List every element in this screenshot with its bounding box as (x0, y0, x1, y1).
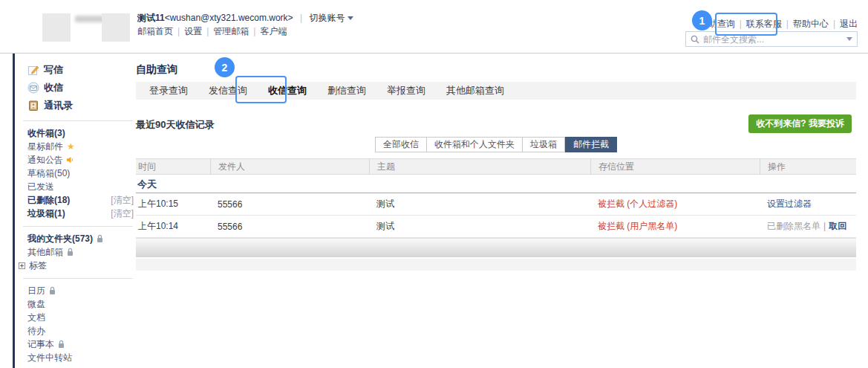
compose-label: 写信 (44, 63, 63, 77)
divider (23, 278, 133, 279)
sidebar-item-notes[interactable]: 记事本 (27, 338, 134, 351)
col-location: 存信位置 (590, 159, 760, 174)
cell-subject: 测试 (369, 220, 590, 233)
lock-icon (96, 234, 104, 243)
tab-delete-query[interactable]: 删信查询 (317, 82, 376, 100)
tab-other-mailbox-query[interactable]: 其他邮箱查询 (436, 82, 515, 100)
receive-records-table: 时间 发件人 主题 存信位置 操作 今天 上午10:15 55566 测试 被拦… (136, 158, 856, 271)
cell-sender: 55566 (210, 222, 369, 232)
sidebar-item-my-folders[interactable]: 我的文件夹(573) (27, 232, 134, 245)
sidebar-item-wedrive[interactable]: 微盘 (27, 297, 134, 311)
section-header: 最近90天收信记录 收不到来信? 我要投诉 (136, 116, 856, 134)
compose-icon (27, 64, 39, 76)
sidebar-item-todo[interactable]: 待办 (27, 324, 134, 338)
compose-button[interactable]: 写信 (27, 61, 134, 79)
page-title: 自助查询 (136, 63, 856, 77)
clear-deleted-link[interactable]: [清空] (111, 194, 134, 207)
divider (23, 120, 133, 121)
nav-mail-home[interactable]: 邮箱首页 (137, 26, 173, 36)
divider (23, 226, 133, 227)
filter-inbox-personal-folders[interactable]: 收件箱和个人文件夹 (427, 137, 523, 152)
sidebar-item-docs[interactable]: 文档 (27, 311, 134, 324)
clear-junk-link[interactable]: [清空] (111, 207, 134, 220)
inbox-mail-icon (27, 82, 39, 94)
webmail-page: 测试11<wushan@xty321.wecom.work> | 切换账号 邮箱… (0, 0, 868, 368)
nav-manage-mailbox[interactable]: 管理邮箱 (213, 26, 249, 36)
switch-account-link[interactable]: 切换账号 (309, 13, 353, 23)
separator: | (300, 13, 302, 23)
contacts-button[interactable]: 通讯录 (27, 97, 134, 114)
filter-mail-intercepted[interactable]: 邮件拦截 (565, 137, 617, 152)
account-name: 测试11 (137, 13, 165, 23)
lock-icon (66, 248, 74, 256)
search-options-dropdown-icon[interactable] (846, 37, 852, 41)
sidebar-item-calendar[interactable]: 日历 (27, 284, 134, 297)
separator: | (833, 19, 835, 29)
separator: | (253, 26, 255, 36)
separator: | (786, 19, 789, 29)
col-actions: 操作 (760, 159, 856, 174)
table-row: 上午10:15 55566 测试 被拦截 (个人过滤器) 设置过滤器 (136, 193, 856, 216)
chevron-down-icon (347, 16, 353, 20)
link-logout[interactable]: 退出 (840, 19, 858, 29)
sidebar-item-inbox[interactable]: 收件箱(3) (27, 126, 134, 140)
sidebar-item-starred[interactable]: 星标邮件★ (27, 140, 134, 153)
annotation-highlight-receive-query-tab (235, 76, 287, 103)
header-nav: 邮箱首页|设置|管理邮箱|客户端 (137, 25, 353, 38)
search-icon (691, 35, 699, 44)
expand-icon[interactable] (19, 262, 25, 269)
annotation-highlight-self-service (715, 13, 777, 36)
table-footer-strip (136, 259, 856, 271)
logo-image-2 (102, 13, 130, 42)
cell-time: 上午10:15 (136, 198, 210, 210)
cell-location: 被拦截 (个人过滤器) (590, 198, 760, 210)
cell-sender: 55566 (210, 199, 369, 210)
sidebar-item-sent[interactable]: 已发送 (27, 180, 134, 193)
sidebar: 写信 收信 通讯录 收件箱(3) 星标邮件★ 通知公告 草稿箱(50) 已发送 … (15, 54, 134, 368)
nav-settings[interactable]: 设置 (184, 26, 202, 36)
cell-time: 上午10:14 (136, 220, 210, 233)
cell-location: 被拦截 (用户黑名单) (590, 220, 760, 233)
receive-label: 收信 (44, 81, 63, 94)
sidebar-item-tags[interactable]: 标签 (19, 259, 134, 272)
separator: | (177, 26, 180, 36)
sidebar-item-junk[interactable]: 垃圾箱(1)[清空] (27, 207, 134, 220)
sidebar-item-drafts[interactable]: 草稿箱(50) (27, 167, 134, 180)
annotation-step-1: 1 (692, 10, 712, 30)
col-time: 时间 (136, 159, 210, 174)
annotation-step-2: 2 (215, 57, 235, 77)
sidebar-item-other-mailboxes[interactable]: 其他邮箱 (27, 245, 134, 259)
separator: | (823, 221, 826, 231)
logo-image (42, 13, 71, 42)
account-line: 测试11<wushan@xty321.wecom.work> | 切换账号 (137, 11, 353, 25)
account-address: <wushan@xty321.wecom.work> (165, 13, 293, 23)
tab-report-query[interactable]: 举报查询 (376, 82, 436, 100)
col-subject: 主题 (369, 159, 590, 174)
col-sender: 发件人 (210, 159, 369, 174)
contacts-label: 通讯录 (44, 99, 73, 112)
blacklist-removed-label: 已删除黑名单 (767, 221, 820, 231)
table-row: 上午10:14 55566 测试 被拦截 (用户黑名单) 已删除黑名单|取回 (136, 216, 856, 238)
nav-client[interactable]: 客户端 (260, 26, 287, 36)
link-help-center[interactable]: 帮助中心 (793, 19, 829, 29)
receive-mail-button[interactable]: 收信 (27, 79, 134, 97)
filter-all-received[interactable]: 全部收信 (375, 137, 427, 152)
contacts-icon (27, 100, 39, 112)
retrieve-link[interactable]: 取回 (829, 221, 846, 231)
table-footer-bar (136, 238, 856, 257)
tab-login-query[interactable]: 登录查询 (139, 82, 198, 100)
sidebar-item-deleted[interactable]: 已删除(18)[清空] (27, 193, 134, 207)
account-info: 测试11<wushan@xty321.wecom.work> | 切换账号 邮箱… (137, 11, 353, 38)
table-header-row: 时间 发件人 主题 存信位置 操作 (136, 158, 856, 175)
separator: | (206, 26, 209, 36)
lock-icon (48, 286, 56, 295)
filter-junk[interactable]: 垃圾箱 (523, 137, 565, 152)
set-filter-link[interactable]: 设置过滤器 (767, 198, 812, 209)
section-title: 最近90天收信记录 (136, 119, 214, 130)
star-icon: ★ (67, 141, 75, 152)
table-group-today: 今天 (136, 175, 856, 193)
complain-button[interactable]: 收不到来信? 我要投诉 (748, 114, 852, 133)
sidebar-item-file-transfer[interactable]: 文件中转站 (27, 351, 134, 364)
sidebar-item-announcements[interactable]: 通知公告 (27, 153, 134, 167)
lock-icon (57, 340, 65, 349)
